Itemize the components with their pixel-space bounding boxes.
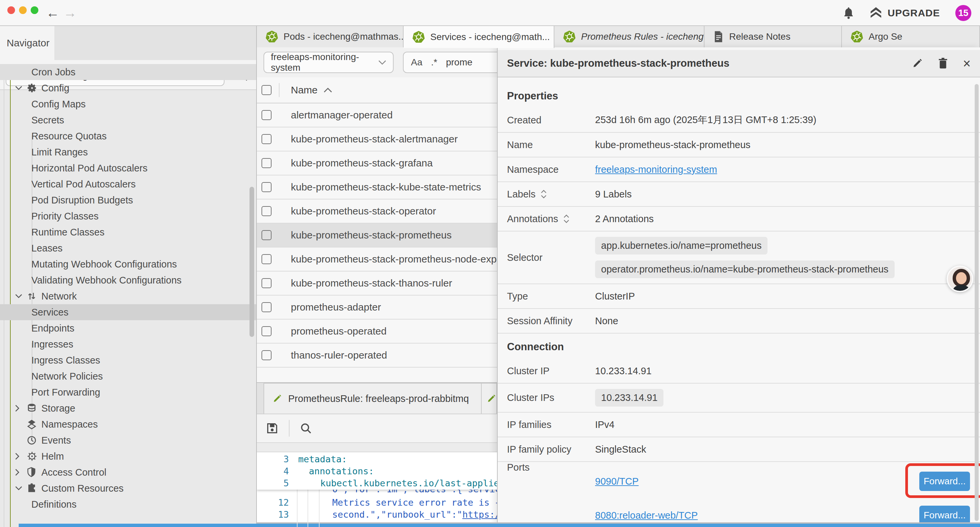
chevron-down-icon[interactable] [15,85,25,91]
chevron-right-icon[interactable] [15,468,25,476]
sidebar-item-limit-ranges[interactable]: Limit Ranges [0,144,256,160]
sidebar-item-endpoints[interactable]: Endpoints [0,320,256,336]
detail-row-name: Namekube-prometheus-stack-prometheus [498,133,980,158]
tab-argo-se[interactable]: Argo Se [842,26,980,47]
sidebar-item-ingresses[interactable]: Ingresses [0,336,256,352]
detail-row-value: 2 Annotations [595,208,654,230]
row-checkbox[interactable] [261,254,272,264]
table-row[interactable]: prometheus-adapter [257,296,497,320]
table-row[interactable]: kube-prometheus-stack-kube-state-metrics [257,175,497,199]
row-checkbox[interactable] [261,230,272,240]
window-minimize-button[interactable] [19,6,27,14]
sidebar-item-storage[interactable]: Storage [0,400,256,416]
sidebar-item-ingress-classes[interactable]: Ingress Classes [0,352,256,368]
table-row[interactable]: kube-prometheus-stack-thanos-ruler [257,272,497,296]
back-button[interactable]: ← [43,3,62,22]
tab-pods-icecheng-mathmas-[interactable]: Pods - icecheng@mathmas... [257,26,404,47]
yaml-editor[interactable]: 3metadata:4annotations:5kubectl.kubernet… [257,452,497,527]
tab-prometheus-rules-icecheng-[interactable]: Prometheus Rules - icecheng... [554,26,705,47]
match-case-toggle[interactable]: Aa [411,57,422,68]
sidebar-item-namespaces[interactable]: Namespaces [0,416,256,432]
sidebar-item-pod-disruption-budgets[interactable]: Pod Disruption Budgets [0,192,256,208]
sidebar-item-runtime-classes[interactable]: Runtime Classes [0,224,256,240]
chevron-right-icon[interactable] [15,404,25,412]
sidebar-item-secrets[interactable]: Secrets [0,112,256,128]
window-zoom-button[interactable] [31,6,38,14]
sidebar-item-horizontal-pod-autoscalers[interactable]: Horizontal Pod Autoscalers [0,160,256,176]
sidebar-item-definitions[interactable]: Definitions [0,496,256,512]
sidebar-item-access-control[interactable]: Access Control [0,464,256,480]
row-checkbox[interactable] [261,350,272,360]
row-checkbox[interactable] [261,206,272,216]
table-row[interactable]: kube-prometheus-stack-prometheus-node-ex… [257,247,497,272]
row-checkbox[interactable] [261,158,272,168]
row-checkbox[interactable] [261,326,272,336]
sidebar-item-label: Definitions [0,499,76,510]
user-avatar[interactable] [947,266,973,292]
table-search-input[interactable]: Aa .* prome [403,52,497,73]
sidebar-item-helm[interactable]: Helm [0,448,256,464]
sidebar-item-services[interactable]: Services [0,304,256,320]
sidebar-item-resource-quotas[interactable]: Resource Quotas [0,128,256,144]
sidebar-item-custom-resources[interactable]: Custom Resources [0,480,256,496]
sidebar-item-network-policies[interactable]: Network Policies [0,368,256,384]
row-checkbox[interactable] [261,278,272,288]
namespace-link[interactable]: freeleaps-monitoring-system [595,164,717,175]
kubernetes-icon [266,30,278,43]
row-checkbox[interactable] [261,302,272,312]
table-row[interactable]: kube-prometheus-stack-operator [257,199,497,223]
editor-search-icon[interactable] [299,422,312,435]
sidebar-item-cron-jobs[interactable]: Cron Jobs [0,64,256,80]
sort-updown-icon[interactable] [540,189,547,199]
chevron-down-icon[interactable] [15,293,25,299]
sidebar-item-vertical-pod-autoscalers[interactable]: Vertical Pod Autoscalers [0,176,256,192]
upgrade-button[interactable]: UPGRADE [870,7,940,19]
table-row[interactable]: kube-prometheus-stack-alertmanager [257,127,497,151]
sidebar-item-leases[interactable]: Leases [0,240,256,256]
edit-pencil-icon[interactable] [912,58,923,69]
chevron-down-icon[interactable] [15,486,25,491]
sidebar-item-config[interactable]: Config [0,80,256,96]
save-icon[interactable] [266,422,279,435]
table-row[interactable]: alertmanager-operated [257,103,497,127]
tab-services-icecheng-math-[interactable]: Services - icecheng@math...× [404,26,554,48]
kubernetes-icon [563,30,576,43]
sidebar-scrollbar[interactable] [250,187,254,337]
sidebar-item-validating-webhook-configurations[interactable]: Validating Webhook Configurations [0,272,256,288]
row-checkbox[interactable] [261,110,272,120]
table-row[interactable]: thanos-ruler-operated [257,344,497,368]
sidebar-item-port-forwarding[interactable]: Port Forwarding [0,384,256,400]
editor-tab-secondary[interactable] [482,383,497,414]
name-column-header[interactable]: Name [291,84,318,96]
forward-button-disabled[interactable]: → [61,3,80,22]
sort-updown-icon[interactable] [563,214,570,224]
sidebar-item-config-maps[interactable]: Config Maps [0,96,256,112]
sidebar-item-mutating-webhook-configurations[interactable]: Mutating Webhook Configurations [0,256,256,272]
notification-count-badge[interactable]: 15 [955,5,971,21]
sort-ascending-icon[interactable] [323,88,332,93]
navigator-tab[interactable]: Navigator [0,26,54,60]
sidebar-item-events[interactable]: Events [0,432,256,448]
delete-trash-icon[interactable] [938,57,948,69]
tab-release-notes[interactable]: Release Notes [705,26,842,47]
code-line: 5kubectl.kubernetes.io/last-applied-con [257,477,497,489]
table-row[interactable]: kube-prometheus-stack-grafana [257,151,497,175]
chevron-right-icon[interactable] [15,452,25,460]
sidebar-item-priority-classes[interactable]: Priority Classes [0,208,256,224]
table-row[interactable]: prometheus-operated [257,320,497,344]
editor-tab-prometheusrule[interactable]: PrometheusRule: freeleaps-prod-rabbitmq [264,383,482,414]
notification-bell-icon[interactable] [843,7,854,19]
close-icon[interactable]: × [963,58,970,69]
sidebar-item-network[interactable]: Network [0,288,256,304]
regex-toggle[interactable]: .* [431,57,437,68]
namespace-selector[interactable]: freeleaps-monitoring-system [264,52,394,73]
table-row[interactable]: kube-prometheus-stack-prometheus [257,223,497,247]
row-checkbox[interactable] [261,182,272,192]
row-checkbox[interactable] [261,134,272,144]
select-all-checkbox[interactable] [261,85,272,95]
detail-panel-scrollbar[interactable] [975,84,978,521]
port-link[interactable]: 9090/TCP [595,476,639,487]
window-close-button[interactable] [7,6,15,14]
port-link[interactable]: 8080:reloader-web/TCP [595,510,698,521]
sidebar-item-label: Ingresses [0,339,73,350]
